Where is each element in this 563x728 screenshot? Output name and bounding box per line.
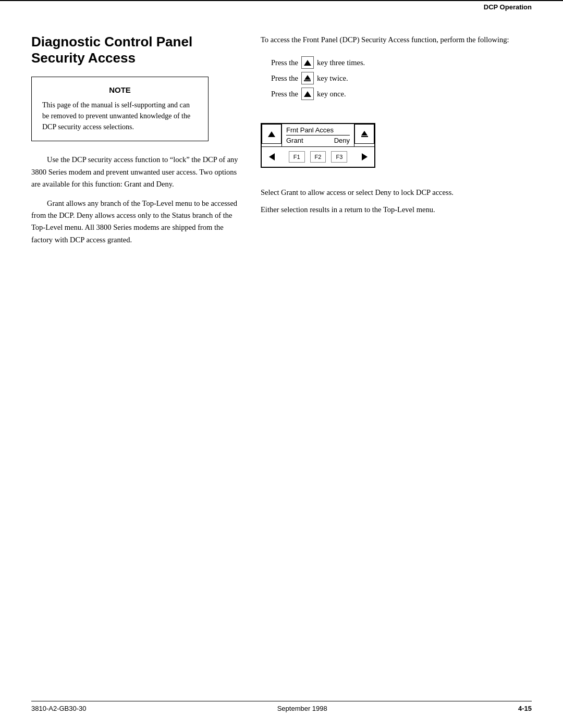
footer-page-number: 4-15 [518, 705, 532, 712]
triangle-up-icon-1 [301, 56, 314, 69]
dcp-right-chevron-btn[interactable] [354, 147, 374, 167]
page-header: DCP Operation [0, 0, 563, 13]
dcp-display-line2: Grant Deny [286, 137, 350, 144]
press-lines: Press the key three times. Press the [271, 56, 532, 100]
dcp-deny-label: Deny [334, 137, 350, 144]
dcp-function-buttons: F1 F2 F3 [282, 147, 354, 167]
press-text-1: key three times. [317, 57, 365, 69]
press-text-2: key twice. [317, 72, 348, 84]
dcp-hat-icon-right [361, 131, 368, 137]
note-label: NOTE [42, 85, 198, 94]
dcp-display: Frnt Panl Acces Grant Deny [282, 124, 354, 146]
press-prefix-3: Press the [271, 88, 298, 100]
triangle-hat-tri [304, 75, 311, 80]
main-content: Diagnostic Control Panel Security Access… [0, 13, 563, 285]
triangle-hat-icon-1 [301, 72, 314, 84]
dcp-f2-button[interactable]: F2 [310, 151, 326, 163]
dcp-up-btn-left[interactable] [262, 124, 282, 144]
dcp-grant-label: Grant [286, 137, 303, 144]
right-column: To access the Front Panel (DCP) Security… [261, 34, 532, 253]
dcp-f1-button[interactable]: F1 [289, 151, 305, 163]
dcp-f3-button[interactable]: F3 [331, 151, 347, 163]
dcp-panel: Frnt Panl Acces Grant Deny [261, 123, 375, 168]
dcp-hat-btn-right[interactable] [354, 124, 374, 144]
dcp-bottom-row: F1 F2 F3 [262, 147, 374, 167]
press-line-1: Press the key three times. [271, 56, 532, 69]
footer-doc-number: 3810-A2-GB30-30 [31, 705, 87, 712]
press-text-3: key once. [317, 88, 346, 100]
left-para-2: Grant allows any branch of the Top-Level… [31, 198, 240, 246]
dcp-up-icon-left [268, 131, 275, 137]
triangle-shape-2 [304, 91, 311, 97]
dcp-panel-wrapper: Frnt Panl Acces Grant Deny [261, 110, 532, 176]
either-text: Either selection results in a return to … [261, 204, 532, 216]
triangle-hat-shape-1 [304, 75, 311, 81]
press-line-2: Press the key twice. [271, 72, 532, 84]
left-para-1: Use the DCP security access function to … [31, 154, 240, 190]
page-title: Diagnostic Control Panel Security Access [31, 34, 240, 66]
right-intro: To access the Front Panel (DCP) Security… [261, 34, 532, 46]
note-box: NOTE This page of the manual is self-sup… [31, 77, 209, 141]
dcp-display-line1: Frnt Panl Acces [286, 126, 350, 135]
dcp-top-row: Frnt Panl Acces Grant Deny [262, 124, 374, 147]
page: DCP Operation Diagnostic Control Panel S… [0, 0, 563, 728]
triangle-up-icon-2 [301, 88, 314, 100]
note-text: This page of the manual is self-supporti… [42, 100, 198, 132]
press-line-3: Press the key once. [271, 88, 532, 100]
header-title: DCP Operation [484, 3, 532, 11]
footer-date: September 1998 [277, 705, 327, 712]
press-prefix-1: Press the [271, 57, 298, 69]
triangle-hat-line [304, 80, 311, 81]
triangle-shape-1 [304, 60, 311, 66]
page-footer: 3810-A2-GB30-30 September 1998 4-15 [31, 701, 532, 712]
dcp-left-chevron-btn[interactable] [262, 147, 282, 167]
left-column: Diagnostic Control Panel Security Access… [31, 34, 240, 253]
select-text: Select Grant to allow access or select D… [261, 187, 532, 199]
press-prefix-2: Press the [271, 72, 298, 84]
